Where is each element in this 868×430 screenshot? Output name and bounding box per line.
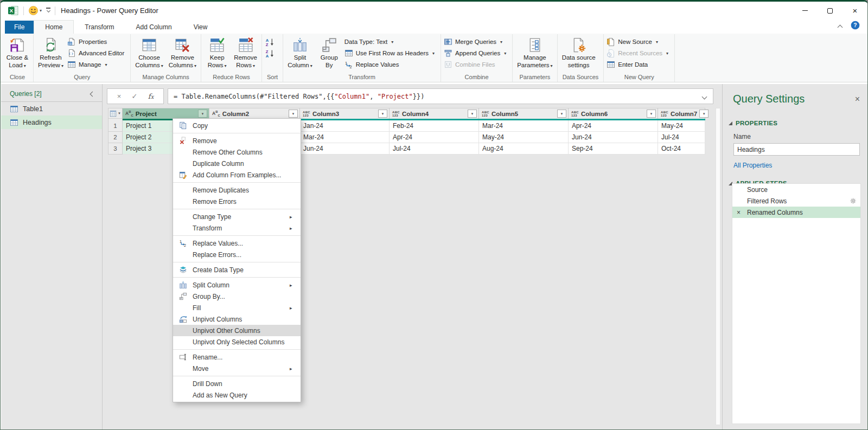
split-column-button[interactable]: SplitColumn▾: [285, 34, 315, 73]
menu-item-rename[interactable]: Rename...: [173, 351, 301, 363]
keep-rows-button[interactable]: KeepRows▾: [203, 34, 231, 73]
tab-view[interactable]: View: [183, 21, 219, 34]
grid-cell[interactable]: Mar-24: [300, 132, 390, 143]
help-icon[interactable]: ?: [851, 21, 860, 31]
column-header-column4[interactable]: ABC123Column4▼: [390, 108, 479, 119]
tab-file[interactable]: File: [5, 21, 34, 34]
merge-queries-button[interactable]: Merge Queries▾: [443, 36, 510, 47]
formula-input[interactable]: = Table.RenameColumns(#"Filtered Rows",{…: [168, 88, 713, 104]
expand-formula-bar-icon[interactable]: [702, 94, 707, 100]
grid-cell[interactable]: Apr-24: [569, 120, 658, 132]
filter-dropdown-icon[interactable]: ▼: [557, 110, 566, 118]
menu-item-move[interactable]: Move▸: [173, 363, 301, 374]
grid-cell[interactable]: May-24: [479, 132, 569, 143]
data-type-text-button[interactable]: Data Type: Text▾: [343, 36, 439, 47]
filter-dropdown-icon[interactable]: ▼: [378, 110, 387, 118]
menu-item-fill[interactable]: Fill▸: [173, 302, 301, 313]
new-source-button[interactable]: New Source▾: [605, 36, 673, 47]
grid-cell[interactable]: Jun-24: [569, 132, 658, 143]
menu-item-replace-values[interactable]: 12Replace Values...: [173, 238, 301, 249]
remove-rows-button[interactable]: RemoveRows▾: [231, 34, 260, 73]
vertical-scrollbar[interactable]: [716, 108, 720, 425]
grid-cell[interactable]: Apr-24: [390, 132, 479, 143]
grid-cell[interactable]: Jan-24: [300, 120, 390, 132]
properties-button[interactable]: Properties: [66, 36, 129, 47]
smiley-icon[interactable]: [28, 5, 39, 16]
menu-item-change-type[interactable]: Change Type▸: [173, 211, 301, 222]
filter-dropdown-icon[interactable]: ▼: [198, 110, 207, 118]
grid-cell[interactable]: Aug-24: [479, 143, 569, 155]
choose-columns-button[interactable]: ChooseColumns▾: [132, 34, 165, 73]
grid-corner-menu[interactable]: ▼: [108, 108, 123, 119]
filter-dropdown-icon[interactable]: ▼: [699, 110, 709, 118]
menu-item-remove-errors[interactable]: Remove Errors: [173, 196, 301, 207]
column-header-project[interactable]: ABCProject▼: [123, 108, 209, 119]
menu-item-replace-errors[interactable]: Replace Errors...: [173, 249, 301, 260]
menu-item-unpivot-other-columns[interactable]: Unpivot Other Columns: [173, 325, 301, 336]
grid-cell[interactable]: Feb-24: [390, 120, 479, 132]
menu-item-split-column[interactable]: Split Column▸: [173, 279, 301, 291]
applied-step-source[interactable]: Source: [732, 184, 860, 195]
properties-section-header[interactable]: PROPERTIES: [723, 120, 868, 126]
column-header-column7[interactable]: ABC123Column7▼: [658, 108, 705, 119]
filter-dropdown-icon[interactable]: ▼: [468, 110, 477, 118]
delete-step-icon[interactable]: ×: [737, 209, 741, 216]
column-header-column5[interactable]: ABC123Column5▼: [479, 108, 569, 119]
replace-values-button[interactable]: 12Replace Values: [343, 59, 439, 70]
use-first-row-as-headers-button[interactable]: Use First Row as Headers▾: [343, 48, 439, 59]
customize-quick-access-icon[interactable]: [46, 8, 50, 14]
menu-item-add-as-new-query[interactable]: Add as New Query: [173, 389, 301, 401]
menu-item-unpivot-columns[interactable]: Unpivot Columns: [173, 313, 301, 325]
menu-item-copy[interactable]: Copy: [173, 120, 301, 131]
sort-ascending-button[interactable]: AZ: [264, 36, 276, 47]
close-button[interactable]: ×: [843, 2, 867, 20]
smiley-dropdown-caret[interactable]: ▾: [40, 8, 42, 13]
maximize-button[interactable]: [818, 2, 843, 20]
applied-step-renamed-columns[interactable]: ×Renamed Columns: [732, 207, 860, 218]
grid-cell[interactable]: Mar-24: [479, 120, 569, 132]
step-settings-gear-icon[interactable]: [850, 197, 857, 204]
query-item-table1[interactable]: Table1: [1, 102, 102, 115]
sort-descending-button[interactable]: ZA: [264, 48, 276, 59]
close-load-button[interactable]: Close &Load▾: [3, 34, 31, 73]
cancel-formula-icon[interactable]: ×: [117, 92, 122, 100]
grid-cell[interactable]: Sep-24: [569, 143, 658, 155]
query-item-headings[interactable]: Headings: [1, 115, 102, 129]
collapse-queries-pane-icon[interactable]: [90, 91, 95, 97]
filter-dropdown-icon[interactable]: ▼: [647, 110, 656, 118]
close-panel-icon[interactable]: ×: [855, 94, 860, 104]
commit-formula-icon[interactable]: ✓: [132, 92, 138, 100]
query-name-input[interactable]: [733, 143, 860, 156]
data-source-settings-button[interactable]: Data sourcesettings: [559, 34, 598, 73]
grid-cell[interactable]: Jul-24: [390, 143, 479, 155]
remove-columns-button[interactable]: RemoveColumns▾: [166, 34, 199, 73]
menu-item-drill-down[interactable]: Drill Down: [173, 378, 301, 389]
recent-sources-button[interactable]: Recent Sources▾: [605, 48, 673, 59]
manage-button[interactable]: Manage▾: [66, 59, 129, 70]
grid-cell[interactable]: Oct-24: [658, 143, 705, 155]
minimize-button[interactable]: [793, 2, 818, 20]
menu-item-transform[interactable]: Transform▸: [173, 222, 301, 234]
grid-cell[interactable]: Jul-24: [658, 132, 705, 143]
advanced-editor-button[interactable]: Advanced Editor: [66, 48, 129, 59]
fx-icon[interactable]: fx: [148, 92, 154, 100]
menu-item-remove[interactable]: Remove: [173, 135, 301, 146]
enter-data-button[interactable]: Enter Data: [605, 59, 673, 70]
row-number[interactable]: 1: [108, 120, 123, 132]
grid-cell[interactable]: May-24: [658, 120, 705, 132]
menu-item-duplicate-column[interactable]: Duplicate Column: [173, 158, 301, 169]
column-header-column2[interactable]: ABCColumn2▼: [209, 108, 300, 119]
menu-item-group-by[interactable]: Group By...: [173, 291, 301, 302]
combine-files-button[interactable]: Combine Files: [443, 59, 510, 70]
tab-add-column[interactable]: Add Column: [125, 21, 183, 34]
manage-parameters-button[interactable]: ManageParameters▾: [514, 34, 555, 73]
group-by-button[interactable]: GroupBy: [315, 34, 343, 73]
column-header-column3[interactable]: ABC123Column3▼: [300, 108, 390, 119]
tab-home[interactable]: Home: [34, 20, 74, 34]
collapse-ribbon-icon[interactable]: [838, 24, 843, 30]
column-header-column6[interactable]: ABC123Column6▼: [569, 108, 658, 119]
tab-transform[interactable]: Transform: [74, 21, 125, 34]
menu-item-remove-duplicates[interactable]: Remove Duplicates: [173, 184, 301, 196]
menu-item-unpivot-only-selected-columns[interactable]: Unpivot Only Selected Columns: [173, 336, 301, 348]
menu-item-remove-other-columns[interactable]: Remove Other Columns: [173, 146, 301, 158]
